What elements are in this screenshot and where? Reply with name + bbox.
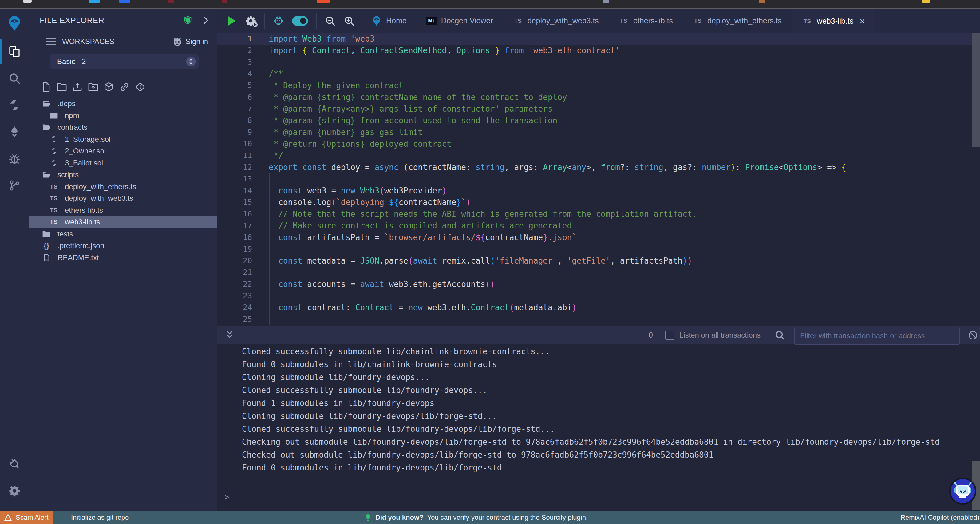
scam-alert-button[interactable]: Scam Alert xyxy=(0,511,52,524)
tree-item-label: tests xyxy=(57,230,73,238)
folder-open-icon xyxy=(41,100,51,108)
copilot-status[interactable]: RemixAI Copilot (enabled) xyxy=(900,514,980,522)
code-line: 11 */ xyxy=(217,150,980,161)
indent-guide xyxy=(269,173,270,325)
search-icon[interactable] xyxy=(0,65,29,92)
close-tab-icon[interactable]: × xyxy=(859,17,865,26)
code-editor[interactable]: 1import Web3 from 'web3'2import { Contra… xyxy=(217,33,980,326)
tree-item-3_Ballot.sol[interactable]: 3_Ballot.sol xyxy=(29,157,217,169)
tree-item-scripts[interactable]: scripts xyxy=(29,169,217,181)
code-line: 18 const artifactsPath = `browser/artifa… xyxy=(217,231,980,243)
tab-home[interactable]: Home xyxy=(361,9,417,33)
tree-item-README.txt[interactable]: README.txt xyxy=(29,252,217,264)
settings-icon[interactable] xyxy=(0,477,29,504)
listen-all-transactions-checkbox[interactable] xyxy=(665,331,675,340)
tip-text: You can verify your contract using the S… xyxy=(427,514,588,522)
workspace-stepper-icon[interactable] xyxy=(186,56,196,67)
tab-deploy-with-web3-ts[interactable]: TSdeploy_with_web3.ts xyxy=(503,9,609,33)
source-control-icon[interactable] xyxy=(0,172,29,199)
tab-ethers-lib-ts[interactable]: TSethers-lib.ts xyxy=(609,9,683,33)
new-file-icon[interactable] xyxy=(41,82,51,92)
code-line: 14 const web3 = new Web3(web3Provider) xyxy=(217,185,980,196)
link-icon[interactable] xyxy=(119,82,130,92)
code-line: 20 const metadata = JSON.parse(await rem… xyxy=(217,255,980,267)
deploy-and-run-icon[interactable] xyxy=(0,118,29,145)
zoom-in-icon[interactable] xyxy=(344,15,355,26)
run-script-icon[interactable] xyxy=(226,15,237,26)
tree-item-deploy_with_ethers.ts[interactable]: TSdeploy_with_ethers.ts xyxy=(29,181,217,193)
solidity-compiler-icon[interactable] xyxy=(0,92,29,118)
ts-icon: TS xyxy=(49,194,59,202)
browser-favicon-fragment xyxy=(759,0,765,3)
tree-item-label: deploy_with_ethers.ts xyxy=(65,182,136,191)
tree-item-.prettierrc.json[interactable]: {}.prettierrc.json xyxy=(29,240,217,252)
code-line: 13 xyxy=(217,173,980,185)
workspace-select[interactable]: Basic - 2 xyxy=(50,54,199,68)
clear-console-icon[interactable] xyxy=(968,330,978,341)
listen-label: Listen on all transactions xyxy=(679,331,760,339)
tab-web3-lib-ts[interactable]: TSweb3-lib.ts× xyxy=(792,9,875,33)
tab-docgen-viewer[interactable]: M↓Docgen Viewer xyxy=(417,9,503,33)
file-explorer-panel: FILE EXPLORER WORKSPACES Sign in Basic -… xyxy=(29,9,217,511)
editor-scrollbar[interactable] xyxy=(972,33,980,147)
browser-favicon-fragment xyxy=(317,0,329,3)
tree-item-label: 2_Owner.sol xyxy=(65,147,106,155)
github-icon xyxy=(172,36,183,47)
ts-icon: TS xyxy=(513,16,523,26)
editor-column: HomeM↓Docgen ViewerTSdeploy_with_web3.ts… xyxy=(217,9,980,511)
terminal-line: Found 1 submodules in lib/foundry-devops xyxy=(242,397,980,409)
tree-item-contracts[interactable]: contracts xyxy=(29,121,217,134)
tab-list: HomeM↓Docgen ViewerTSdeploy_with_web3.ts… xyxy=(361,9,875,33)
tab-deploy-with-ethers-ts[interactable]: TSdeploy_with_ethers.ts xyxy=(683,9,792,33)
transaction-filter-input[interactable] xyxy=(794,327,960,345)
tab-label: deploy_with_ethers.ts xyxy=(707,16,782,25)
tree-item-label: .deps xyxy=(57,99,76,108)
git-init-button[interactable]: Initialize as git repo xyxy=(71,514,129,522)
file-explorer-icon[interactable] xyxy=(0,38,29,65)
tree-item-2_Owner.sol[interactable]: 2_Owner.sol xyxy=(29,145,217,157)
line-number: 17 xyxy=(217,220,264,231)
line-number: 13 xyxy=(217,173,264,185)
tab-label: Docgen Viewer xyxy=(441,16,493,25)
upload-folder-icon[interactable] xyxy=(88,82,99,92)
tree-item-ethers-lib.ts[interactable]: TSethers-lib.ts xyxy=(29,204,217,217)
code-line: 7 * @param {Array<any>} args list of con… xyxy=(217,103,980,115)
panel-title: FILE EXPLORER xyxy=(40,16,104,25)
git-icon[interactable] xyxy=(135,82,145,92)
debugger-icon[interactable] xyxy=(0,145,29,172)
remix-app: FILE EXPLORER WORKSPACES Sign in Basic -… xyxy=(0,9,980,511)
terminal-prompt[interactable]: > xyxy=(224,492,230,502)
plugin-manager-icon[interactable] xyxy=(0,451,29,477)
transaction-count: 0 xyxy=(649,331,653,339)
ts-icon: TS xyxy=(49,183,59,191)
run-settings-icon[interactable] xyxy=(245,15,256,26)
tree-item-npm[interactable]: npm xyxy=(29,110,217,122)
terminal-line: Cloning submodule lib/foundry-devops/lib… xyxy=(242,409,980,422)
chevron-right-icon[interactable] xyxy=(201,15,211,25)
line-number: 1 xyxy=(217,33,264,45)
tree-item-web3-lib.ts[interactable]: TSweb3-lib.ts xyxy=(29,216,217,228)
line-number: 14 xyxy=(217,185,264,196)
remix-logo-icon xyxy=(371,16,382,26)
remix-ai-assistant-button[interactable] xyxy=(949,478,976,505)
tree-item-1_Storage.sol[interactable]: 1_Storage.sol xyxy=(29,134,217,145)
zoom-out-icon[interactable] xyxy=(325,15,336,26)
line-number: 22 xyxy=(217,278,264,290)
ai-copilot-toggle[interactable] xyxy=(292,16,308,26)
github-signin-button[interactable]: Sign in xyxy=(172,36,208,47)
tip-bold: Did you know? xyxy=(375,514,423,522)
new-folder-icon[interactable] xyxy=(57,82,67,92)
tree-item-deploy_with_web3.ts[interactable]: TSdeploy_with_web3.ts xyxy=(29,193,217,204)
terminal-collapse-icon[interactable] xyxy=(224,330,235,341)
tree-item-label: scripts xyxy=(57,170,79,179)
workspace-menu-icon[interactable] xyxy=(46,38,56,45)
remix-logo-icon[interactable] xyxy=(0,9,29,38)
line-number: 19 xyxy=(217,243,264,255)
toolbar-divider xyxy=(264,13,265,29)
ai-robot-icon[interactable] xyxy=(273,15,284,26)
tree-item-.deps[interactable]: .deps xyxy=(29,98,217,110)
upload-file-icon[interactable] xyxy=(72,82,83,92)
tree-item-tests[interactable]: tests xyxy=(29,228,217,240)
terminal-output[interactable]: Cloned successfully submodule lib/chainl… xyxy=(217,344,980,511)
ipfs-cube-icon[interactable] xyxy=(103,82,114,92)
